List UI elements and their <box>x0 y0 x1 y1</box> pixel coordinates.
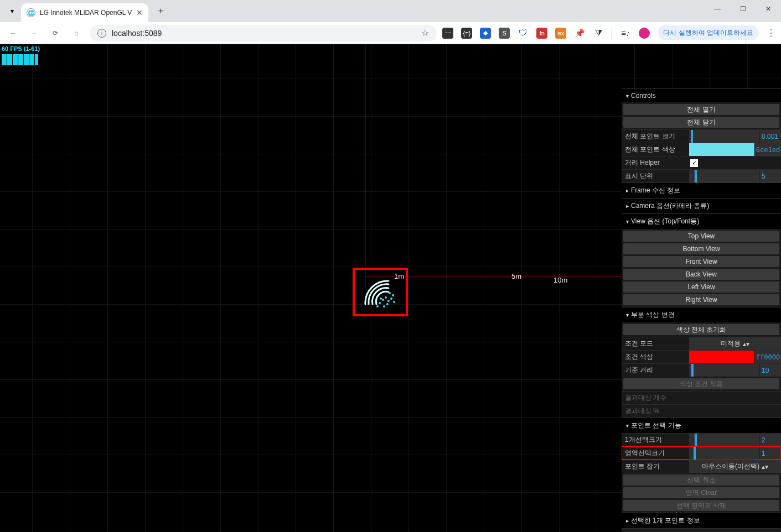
section-point-select[interactable]: ▾포인트 선택 기능 <box>622 418 781 433</box>
minimize-button[interactable]: — <box>705 0 730 18</box>
svg-point-3 <box>379 302 381 304</box>
delete-outside-button[interactable]: 선택 영역외 삭제 <box>623 500 779 511</box>
row-point-size: 전체 포인트 크기 0.001 <box>622 129 781 143</box>
browser-menu-button[interactable]: ⋮ <box>767 28 775 38</box>
area-clear-button[interactable]: 영역 Clear <box>623 487 779 498</box>
svg-point-6 <box>392 294 394 296</box>
home-button[interactable]: ⌂ <box>69 25 84 41</box>
condition-mode-select[interactable]: 미적용▴▾ <box>689 337 781 350</box>
divider <box>612 27 612 39</box>
front-view-button[interactable]: Front View <box>623 256 779 267</box>
svg-point-11 <box>380 298 382 300</box>
single-select-slider[interactable] <box>689 434 759 446</box>
open-all-button[interactable]: 전체 열기 <box>623 104 779 115</box>
section-partial-color[interactable]: ▾부분 색상 변경 <box>622 307 781 322</box>
row-condition-color: 조건 색상 ff0000 <box>622 350 781 363</box>
tabs-dropdown[interactable]: ▾ <box>4 3 20 19</box>
svg-point-8 <box>389 292 391 294</box>
svg-point-4 <box>390 298 392 300</box>
ext-icon[interactable]: S <box>499 28 510 39</box>
ext-icon[interactable]: ex <box>555 28 566 39</box>
svg-point-1 <box>385 296 387 299</box>
row-distance-helper: 거리 Helper ✓ <box>622 156 781 169</box>
forward-button[interactable]: → <box>27 25 42 41</box>
point-size-value[interactable]: 0.001 <box>759 130 781 143</box>
svg-point-2 <box>387 300 390 302</box>
lidar-viewport[interactable]: 1m 5m 10m 60 FPS (1-61) ▾Controls 전체 열기 … <box>0 44 781 532</box>
axis-y <box>365 44 365 288</box>
base-distance-slider[interactable] <box>689 364 759 377</box>
svg-point-0 <box>382 299 384 301</box>
reset-color-button[interactable]: 색상 전체 초기화 <box>623 324 779 335</box>
row-condition-mode: 조건 모드 미적용▴▾ <box>622 337 781 350</box>
controls-panel: ▾Controls 전체 열기 전체 닫기 전체 포인트 크기 0.001 전체… <box>622 88 781 532</box>
row-result-pct: 결과대상 % <box>622 404 781 418</box>
close-window-button[interactable]: ✕ <box>756 0 781 18</box>
tab-title: LG Innotek MLiDAR OpenGL V <box>40 9 132 17</box>
address-bar[interactable]: i localhost:5089 ☆ <box>90 25 437 41</box>
single-select-value[interactable]: 2 <box>759 434 781 446</box>
browser-tab[interactable]: 🌐 LG Innotek MLiDAR OpenGL V ✕ <box>21 3 148 22</box>
puzzle-icon[interactable]: ⧩ <box>593 28 604 39</box>
point-color-swatch[interactable] <box>689 143 754 156</box>
right-view-button[interactable]: Right View <box>623 294 779 305</box>
point-size-slider[interactable] <box>689 130 759 143</box>
globe-icon: 🌐 <box>27 8 35 17</box>
update-button[interactable]: 다시 실행하여 업데이트하세요 <box>658 25 759 40</box>
section-controls[interactable]: ▾Controls <box>622 88 781 102</box>
section-camera-options[interactable]: ▸Camera 옵션(카메라 종류) <box>622 198 781 213</box>
area-select-value[interactable]: 1 <box>759 447 781 460</box>
unit-value[interactable]: 5 <box>759 170 781 182</box>
bottom-view-button[interactable]: Bottom View <box>623 243 779 254</box>
close-all-button[interactable]: 전체 닫기 <box>623 117 779 128</box>
ext-icon[interactable]: ⋯ <box>442 28 453 39</box>
avatar[interactable] <box>639 28 650 39</box>
row-result-count: 결과대상 개수 <box>622 391 781 404</box>
condition-color-swatch[interactable] <box>689 351 754 363</box>
area-select-slider[interactable] <box>689 447 759 460</box>
top-view-button[interactable]: Top View <box>623 231 779 242</box>
row-base-distance: 기준 거리 10 <box>622 363 781 377</box>
ext-icon[interactable]: {=} <box>461 28 472 39</box>
base-distance-value[interactable]: 10 <box>759 364 781 377</box>
new-tab-button[interactable]: + <box>153 3 168 19</box>
back-view-button[interactable]: Back View <box>623 269 779 280</box>
lidar-point-cloud <box>361 277 400 311</box>
row-point-color: 전체 포인트 색상 6ce1ed <box>622 143 781 156</box>
ext-icon[interactable]: ◆ <box>480 28 491 39</box>
distance-helper-checkbox[interactable]: ✓ <box>690 159 698 167</box>
row-single-select-size: 1개선택크기 2 <box>622 433 781 446</box>
fps-bars <box>2 54 38 65</box>
svg-point-7 <box>376 305 379 307</box>
section-view-options[interactable]: ▾View 옵션 (Top/Font등) <box>622 213 781 229</box>
point-grab-select[interactable]: 마우스이동(미선택)▴▾ <box>689 460 781 473</box>
fps-counter: 60 FPS (1-61) <box>2 45 40 52</box>
reload-button[interactable]: ⟳ <box>48 25 63 41</box>
distance-label-5m: 5m <box>511 272 521 280</box>
point-color-hex[interactable]: 6ce1ed <box>754 143 781 156</box>
section-frame-info[interactable]: ▸Frame 수신 정보 <box>622 182 781 198</box>
section-selected-point-info[interactable]: ▸선택한 1개 포인트 정보 <box>622 513 781 528</box>
unit-slider[interactable] <box>689 170 759 182</box>
cancel-selection-button[interactable]: 선택 취소 <box>623 474 779 486</box>
distance-label-10m: 10m <box>554 276 567 284</box>
ext-icon[interactable]: fn <box>536 28 547 39</box>
bookmark-star-icon[interactable]: ☆ <box>421 28 429 38</box>
svg-point-9 <box>383 305 385 307</box>
back-button[interactable]: ← <box>6 25 21 41</box>
site-info-icon[interactable]: i <box>97 29 106 38</box>
svg-point-10 <box>393 301 395 303</box>
pin-icon[interactable]: 📌 <box>574 28 585 39</box>
row-last-two-distance: 마지막 2개 측정거리 <box>622 528 781 532</box>
music-icon[interactable]: ≡♪ <box>620 28 631 39</box>
apply-condition-button[interactable]: 색상 조건 적용 <box>623 378 779 389</box>
svg-point-5 <box>386 303 389 305</box>
tab-strip: ▾ 🌐 LG Innotek MLiDAR OpenGL V ✕ + <box>0 0 781 22</box>
browser-toolbar: ← → ⟳ ⌂ i localhost:5089 ☆ ⋯ {=} ◆ S 🛡 f… <box>0 22 781 44</box>
row-unit: 표시 단위 5 <box>622 169 781 182</box>
left-view-button[interactable]: Left View <box>623 281 779 293</box>
shield-icon[interactable]: 🛡 <box>518 28 529 39</box>
close-tab-icon[interactable]: ✕ <box>136 8 143 17</box>
maximize-button[interactable]: ☐ <box>730 0 756 18</box>
condition-color-hex[interactable]: ff0000 <box>754 351 781 363</box>
